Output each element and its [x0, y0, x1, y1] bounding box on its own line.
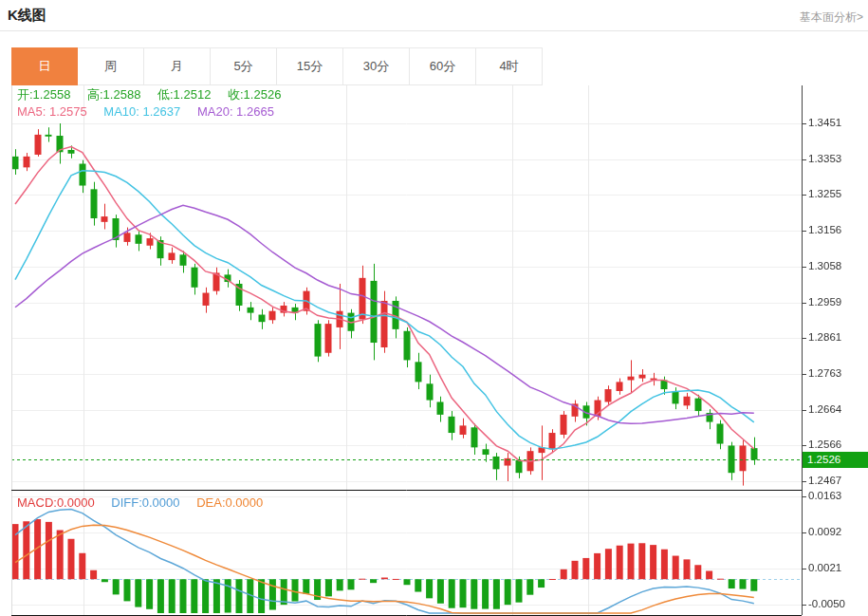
tab-4时[interactable]: 4时: [476, 47, 543, 85]
ma20-value: MA20: 1.2665: [197, 104, 274, 119]
tab-月[interactable]: 月: [144, 47, 211, 85]
kline-page: K线图 基本面分析> 日周月5分15分30分60分4时 开:1.2558 高:1…: [0, 0, 868, 616]
tab-5分[interactable]: 5分: [211, 47, 277, 85]
price-tick-label: 1.2566: [808, 439, 841, 450]
ma10-value: MA10: 1.2637: [103, 104, 180, 119]
price-tick-label: 1.3156: [808, 224, 841, 235]
ohlc-legend: 开:1.2558 高:1.2588 低:1.2512 收:1.2526: [17, 86, 294, 103]
diff-value: DIFF:0.0000: [111, 495, 179, 510]
high-value: 高:1.2588: [87, 87, 140, 102]
dea-value: DEA:0.0000: [196, 495, 263, 510]
low-value: 低:1.2512: [157, 87, 211, 102]
macd-tick-label: 0.0092: [808, 526, 841, 537]
price-tick-label: 1.3451: [808, 117, 841, 128]
open-value: 开:1.2558: [17, 87, 70, 102]
price-tick-label: 1.2467: [808, 475, 841, 486]
price-tick-label: 1.3353: [808, 153, 841, 164]
page-header: K线图 基本面分析>: [0, 0, 868, 31]
tab-30分[interactable]: 30分: [343, 47, 410, 85]
page-title: K线图: [8, 7, 46, 25]
price-tick-label: 1.3255: [808, 188, 841, 199]
ma5-value: MA5: 1.2575: [17, 104, 87, 119]
tab-周[interactable]: 周: [78, 47, 144, 85]
macd-tick-label: -0.0050: [808, 598, 845, 609]
macd-tick-label: 0.0021: [808, 562, 841, 573]
price-tick-label: 1.2763: [808, 367, 841, 379]
close-value: 收:1.2526: [228, 87, 281, 102]
price-tick-label: 1.2664: [808, 403, 841, 415]
ma-legend: MA5: 1.2575 MA10: 1.2637 MA20: 1.2665: [17, 104, 287, 119]
macd-legend: MACD:0.0000 DIFF:0.0000 DEA:0.0000: [17, 495, 276, 510]
last-price-badge: 1.2526: [803, 452, 868, 468]
fundamental-analysis-link[interactable]: 基本面分析>: [800, 9, 863, 26]
price-tick-label: 1.2959: [808, 296, 841, 308]
macd-value: MACD:0.0000: [17, 495, 95, 510]
kline-chart-canvas[interactable]: [0, 85, 868, 616]
chart-area: 开:1.2558 高:1.2588 低:1.2512 收:1.2526 MA5:…: [0, 85, 868, 616]
price-tick-label: 1.3058: [808, 260, 841, 271]
interval-tab-bar: 日周月5分15分30分60分4时: [11, 47, 543, 85]
macd-tick-label: 0.0163: [808, 490, 841, 501]
tab-60分[interactable]: 60分: [410, 47, 476, 85]
tab-日[interactable]: 日: [11, 47, 78, 85]
price-tick-label: 1.2861: [808, 331, 841, 343]
tab-15分[interactable]: 15分: [277, 47, 343, 85]
